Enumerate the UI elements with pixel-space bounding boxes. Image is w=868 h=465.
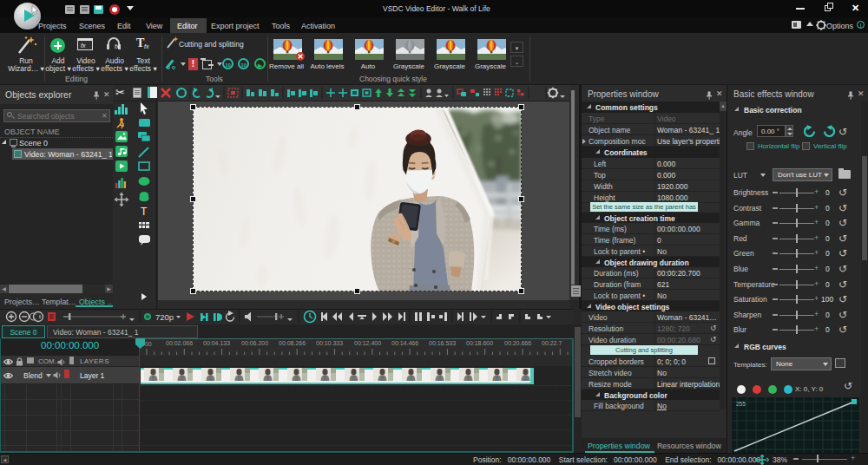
svg-text:255: 255 — [736, 401, 746, 407]
svg-text:720p: 720p — [155, 312, 174, 322]
svg-text:T: T — [141, 206, 148, 218]
